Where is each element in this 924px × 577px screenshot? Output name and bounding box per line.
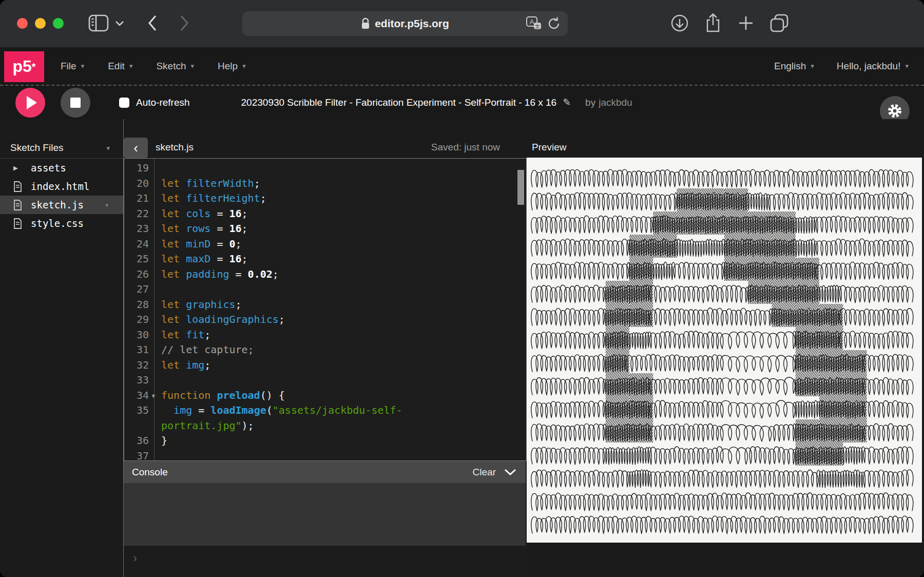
preview-title: Preview — [532, 142, 567, 153]
console-prompt-icon: › — [133, 551, 137, 565]
back-button[interactable] — [148, 14, 157, 32]
line-number: 33 — [124, 373, 149, 388]
sketch-files-panel: Sketch Files ▾ ▶assetsindex.htmlsketch.j… — [0, 119, 123, 577]
zoom-window-button[interactable] — [53, 18, 64, 29]
line-number — [124, 418, 149, 434]
menu-file[interactable]: File▾ — [61, 61, 84, 72]
browser-window: editor.p5js.org A 文 — [0, 0, 924, 577]
folder-arrow-icon: ▶ — [13, 163, 25, 172]
code-line: 21let filterHeight; — [124, 191, 526, 206]
code-text: let minD = 0; — [161, 237, 242, 252]
code-text: let rows = 16; — [161, 221, 248, 237]
chevron-down-icon: ▾ — [191, 62, 195, 70]
code-text: let loadingGraphics; — [161, 312, 285, 328]
tab-group-chevron-icon[interactable] — [115, 21, 124, 27]
code-text: img = loadImage("assets/jackbdu-self- — [161, 403, 402, 418]
code-text: let padding = 0.02; — [161, 267, 279, 282]
file-name: index.html — [31, 181, 89, 192]
menu-help[interactable]: Help▾ — [218, 61, 246, 72]
code-line: 30let fit; — [124, 328, 526, 343]
auto-refresh-label: Auto-refresh — [136, 97, 190, 108]
code-text: let graphics; — [161, 297, 242, 313]
fold-arrow-icon[interactable]: ▼ — [151, 389, 155, 404]
line-number: 37 — [124, 449, 149, 461]
menu-edit[interactable]: Edit▾ — [108, 61, 132, 72]
editor-column: ‹ sketch.js Saved: just now 1920let filt… — [124, 119, 527, 577]
code-text: let filterHeight; — [161, 191, 266, 206]
language-dropdown[interactable]: English ▾ — [774, 61, 814, 72]
byline: byjackbdu — [585, 97, 632, 108]
line-number: 27 — [124, 282, 149, 297]
line-number: 32 — [124, 358, 149, 373]
code-line: 19 — [124, 161, 526, 176]
line-number: 31 — [124, 342, 149, 358]
console-header: Console Clear — [124, 461, 526, 483]
code-line: 34▼function preload() { — [124, 388, 526, 403]
line-number: 24 — [124, 237, 149, 252]
file-sketch-js[interactable]: sketch.js▾ — [0, 196, 123, 214]
p5-logo[interactable]: p5* — [4, 51, 44, 82]
reload-icon[interactable] — [547, 16, 561, 31]
preview-canvas — [527, 158, 922, 543]
auto-refresh-checkbox[interactable] — [119, 98, 129, 108]
file-icon — [13, 181, 25, 192]
share-icon[interactable] — [704, 13, 722, 33]
code-line: portrait.jpg"); — [124, 418, 526, 434]
console-input[interactable]: › — [124, 546, 526, 577]
close-window-button[interactable] — [17, 18, 28, 29]
console-clear-button[interactable]: Clear — [473, 467, 496, 478]
code-line: 20let filterWidth; — [124, 176, 526, 191]
chevron-down-icon: ▾ — [242, 62, 246, 70]
line-number: 29 — [124, 312, 149, 328]
line-number: 19 — [124, 161, 149, 176]
chevron-down-icon: ▾ — [106, 144, 110, 152]
collapse-sidebar-button[interactable]: ‹ — [124, 138, 148, 158]
line-number: 34▼ — [124, 388, 149, 403]
author-link[interactable]: jackbdu — [599, 97, 632, 108]
account-dropdown[interactable]: Hello, jackbdu! ▾ — [837, 61, 909, 72]
new-tab-icon[interactable] — [738, 15, 754, 31]
sidebar-toggle-icon[interactable] — [88, 14, 109, 32]
line-number: 23 — [124, 221, 149, 237]
file-options-icon[interactable]: ▾ — [105, 201, 109, 209]
code-text: function preload() { — [161, 388, 285, 403]
play-button[interactable] — [15, 88, 45, 118]
tab-sketch-js[interactable]: sketch.js — [156, 142, 194, 153]
file-assets[interactable]: ▶assets — [0, 159, 123, 177]
line-number: 35 — [124, 403, 149, 418]
console-collapse-icon[interactable] — [504, 469, 516, 476]
console-title: Console — [132, 467, 168, 478]
code-text: let filterWidth; — [161, 176, 260, 191]
downloads-icon[interactable] — [670, 14, 689, 32]
address-bar[interactable]: editor.p5js.org A 文 — [242, 11, 568, 36]
sketch-files-title: Sketch Files — [10, 142, 63, 153]
preview-panel: Preview — [527, 119, 924, 577]
line-number: 36 — [124, 433, 149, 449]
code-line: 31// let capture; — [124, 342, 526, 358]
chevron-down-icon: ▾ — [811, 62, 814, 70]
code-line: 36} — [124, 433, 526, 449]
file-icon — [13, 200, 25, 210]
code-line: 37 — [124, 449, 526, 461]
editor-scrollbar[interactable] — [517, 170, 524, 205]
menu-sketch[interactable]: Sketch▾ — [156, 61, 194, 72]
sketch-files-header[interactable]: Sketch Files ▾ — [0, 138, 123, 159]
code-text: let img; — [161, 358, 210, 373]
code-editor[interactable]: 1920let filterWidth;21let filterHeight;2… — [124, 158, 527, 461]
line-number: 26 — [124, 267, 149, 282]
line-number: 25 — [124, 252, 149, 267]
language-label: English — [774, 61, 806, 72]
code-lines: 1920let filterWidth;21let filterHeight;2… — [124, 161, 526, 461]
tab-overview-icon[interactable] — [769, 13, 790, 33]
play-icon — [27, 96, 37, 109]
edit-title-icon[interactable]: ✎ — [563, 97, 571, 108]
line-number: 21 — [124, 191, 149, 206]
minimize-window-button[interactable] — [35, 18, 46, 29]
line-number: 30 — [124, 328, 149, 343]
forward-button[interactable] — [180, 14, 189, 32]
editor-tabbar: ‹ sketch.js Saved: just now — [124, 138, 527, 158]
file-index-html[interactable]: index.html — [0, 177, 123, 196]
file-style-css[interactable]: style.css — [0, 214, 123, 233]
translate-icon[interactable]: A 文 — [526, 16, 542, 31]
stop-button[interactable] — [61, 88, 90, 118]
